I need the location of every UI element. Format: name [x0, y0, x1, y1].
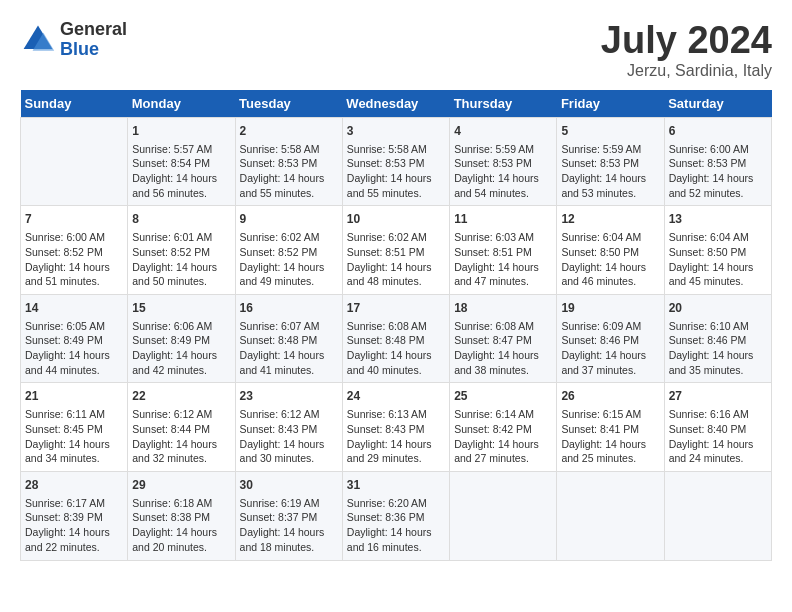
- calendar-cell: 2Sunrise: 5:58 AM Sunset: 8:53 PM Daylig…: [235, 117, 342, 206]
- logo-general: General: [60, 20, 127, 40]
- day-info: Sunrise: 6:02 AM Sunset: 8:52 PM Dayligh…: [240, 230, 338, 289]
- day-number: 7: [25, 211, 123, 228]
- day-number: 17: [347, 300, 445, 317]
- calendar-cell: 5Sunrise: 5:59 AM Sunset: 8:53 PM Daylig…: [557, 117, 664, 206]
- header-thursday: Thursday: [450, 90, 557, 118]
- calendar-cell: [557, 471, 664, 560]
- week-row-2: 7Sunrise: 6:00 AM Sunset: 8:52 PM Daylig…: [21, 206, 772, 295]
- day-number: 18: [454, 300, 552, 317]
- calendar-cell: 8Sunrise: 6:01 AM Sunset: 8:52 PM Daylig…: [128, 206, 235, 295]
- logo: General Blue: [20, 20, 127, 60]
- calendar-cell: 1Sunrise: 5:57 AM Sunset: 8:54 PM Daylig…: [128, 117, 235, 206]
- day-number: 11: [454, 211, 552, 228]
- day-info: Sunrise: 6:00 AM Sunset: 8:53 PM Dayligh…: [669, 142, 767, 201]
- day-info: Sunrise: 5:59 AM Sunset: 8:53 PM Dayligh…: [561, 142, 659, 201]
- calendar-cell: 13Sunrise: 6:04 AM Sunset: 8:50 PM Dayli…: [664, 206, 771, 295]
- calendar-cell: 7Sunrise: 6:00 AM Sunset: 8:52 PM Daylig…: [21, 206, 128, 295]
- day-number: 15: [132, 300, 230, 317]
- day-info: Sunrise: 6:14 AM Sunset: 8:42 PM Dayligh…: [454, 407, 552, 466]
- header-friday: Friday: [557, 90, 664, 118]
- calendar-cell: 17Sunrise: 6:08 AM Sunset: 8:48 PM Dayli…: [342, 294, 449, 383]
- day-number: 13: [669, 211, 767, 228]
- day-info: Sunrise: 6:06 AM Sunset: 8:49 PM Dayligh…: [132, 319, 230, 378]
- day-number: 14: [25, 300, 123, 317]
- month-title: July 2024: [601, 20, 772, 62]
- header-saturday: Saturday: [664, 90, 771, 118]
- calendar-cell: 23Sunrise: 6:12 AM Sunset: 8:43 PM Dayli…: [235, 383, 342, 472]
- day-number: 4: [454, 123, 552, 140]
- day-number: 16: [240, 300, 338, 317]
- day-info: Sunrise: 6:12 AM Sunset: 8:44 PM Dayligh…: [132, 407, 230, 466]
- day-number: 8: [132, 211, 230, 228]
- day-info: Sunrise: 6:12 AM Sunset: 8:43 PM Dayligh…: [240, 407, 338, 466]
- calendar-cell: 26Sunrise: 6:15 AM Sunset: 8:41 PM Dayli…: [557, 383, 664, 472]
- header-wednesday: Wednesday: [342, 90, 449, 118]
- calendar-cell: 25Sunrise: 6:14 AM Sunset: 8:42 PM Dayli…: [450, 383, 557, 472]
- header-sunday: Sunday: [21, 90, 128, 118]
- day-info: Sunrise: 6:18 AM Sunset: 8:38 PM Dayligh…: [132, 496, 230, 555]
- calendar-cell: 9Sunrise: 6:02 AM Sunset: 8:52 PM Daylig…: [235, 206, 342, 295]
- day-info: Sunrise: 5:59 AM Sunset: 8:53 PM Dayligh…: [454, 142, 552, 201]
- calendar-cell: 31Sunrise: 6:20 AM Sunset: 8:36 PM Dayli…: [342, 471, 449, 560]
- calendar-cell: 18Sunrise: 6:08 AM Sunset: 8:47 PM Dayli…: [450, 294, 557, 383]
- day-number: 22: [132, 388, 230, 405]
- week-row-5: 28Sunrise: 6:17 AM Sunset: 8:39 PM Dayli…: [21, 471, 772, 560]
- day-info: Sunrise: 6:17 AM Sunset: 8:39 PM Dayligh…: [25, 496, 123, 555]
- logo-blue: Blue: [60, 40, 127, 60]
- calendar-table: SundayMondayTuesdayWednesdayThursdayFrid…: [20, 90, 772, 561]
- day-info: Sunrise: 6:10 AM Sunset: 8:46 PM Dayligh…: [669, 319, 767, 378]
- calendar-cell: 27Sunrise: 6:16 AM Sunset: 8:40 PM Dayli…: [664, 383, 771, 472]
- location: Jerzu, Sardinia, Italy: [601, 62, 772, 80]
- day-info: Sunrise: 6:15 AM Sunset: 8:41 PM Dayligh…: [561, 407, 659, 466]
- calendar-cell: 29Sunrise: 6:18 AM Sunset: 8:38 PM Dayli…: [128, 471, 235, 560]
- day-info: Sunrise: 6:07 AM Sunset: 8:48 PM Dayligh…: [240, 319, 338, 378]
- day-info: Sunrise: 6:09 AM Sunset: 8:46 PM Dayligh…: [561, 319, 659, 378]
- calendar-cell: 11Sunrise: 6:03 AM Sunset: 8:51 PM Dayli…: [450, 206, 557, 295]
- day-info: Sunrise: 6:00 AM Sunset: 8:52 PM Dayligh…: [25, 230, 123, 289]
- calendar-cell: 20Sunrise: 6:10 AM Sunset: 8:46 PM Dayli…: [664, 294, 771, 383]
- day-info: Sunrise: 6:01 AM Sunset: 8:52 PM Dayligh…: [132, 230, 230, 289]
- day-info: Sunrise: 6:11 AM Sunset: 8:45 PM Dayligh…: [25, 407, 123, 466]
- calendar-cell: [21, 117, 128, 206]
- calendar-cell: 12Sunrise: 6:04 AM Sunset: 8:50 PM Dayli…: [557, 206, 664, 295]
- day-number: 27: [669, 388, 767, 405]
- calendar-cell: 6Sunrise: 6:00 AM Sunset: 8:53 PM Daylig…: [664, 117, 771, 206]
- calendar-cell: 22Sunrise: 6:12 AM Sunset: 8:44 PM Dayli…: [128, 383, 235, 472]
- day-number: 6: [669, 123, 767, 140]
- day-number: 2: [240, 123, 338, 140]
- day-number: 12: [561, 211, 659, 228]
- calendar-cell: 3Sunrise: 5:58 AM Sunset: 8:53 PM Daylig…: [342, 117, 449, 206]
- day-info: Sunrise: 5:58 AM Sunset: 8:53 PM Dayligh…: [240, 142, 338, 201]
- header-row: SundayMondayTuesdayWednesdayThursdayFrid…: [21, 90, 772, 118]
- day-number: 5: [561, 123, 659, 140]
- calendar-cell: [450, 471, 557, 560]
- day-number: 26: [561, 388, 659, 405]
- day-number: 20: [669, 300, 767, 317]
- day-number: 23: [240, 388, 338, 405]
- day-number: 21: [25, 388, 123, 405]
- day-info: Sunrise: 5:57 AM Sunset: 8:54 PM Dayligh…: [132, 142, 230, 201]
- calendar-cell: 16Sunrise: 6:07 AM Sunset: 8:48 PM Dayli…: [235, 294, 342, 383]
- day-info: Sunrise: 6:13 AM Sunset: 8:43 PM Dayligh…: [347, 407, 445, 466]
- day-number: 9: [240, 211, 338, 228]
- header-monday: Monday: [128, 90, 235, 118]
- day-info: Sunrise: 6:04 AM Sunset: 8:50 PM Dayligh…: [561, 230, 659, 289]
- day-number: 3: [347, 123, 445, 140]
- logo-text: General Blue: [60, 20, 127, 60]
- day-info: Sunrise: 6:19 AM Sunset: 8:37 PM Dayligh…: [240, 496, 338, 555]
- day-number: 1: [132, 123, 230, 140]
- calendar-cell: 4Sunrise: 5:59 AM Sunset: 8:53 PM Daylig…: [450, 117, 557, 206]
- calendar-cell: 19Sunrise: 6:09 AM Sunset: 8:46 PM Dayli…: [557, 294, 664, 383]
- day-number: 10: [347, 211, 445, 228]
- calendar-cell: 14Sunrise: 6:05 AM Sunset: 8:49 PM Dayli…: [21, 294, 128, 383]
- calendar-cell: 21Sunrise: 6:11 AM Sunset: 8:45 PM Dayli…: [21, 383, 128, 472]
- day-info: Sunrise: 6:02 AM Sunset: 8:51 PM Dayligh…: [347, 230, 445, 289]
- day-number: 29: [132, 477, 230, 494]
- day-info: Sunrise: 6:08 AM Sunset: 8:47 PM Dayligh…: [454, 319, 552, 378]
- calendar-cell: [664, 471, 771, 560]
- day-number: 24: [347, 388, 445, 405]
- day-number: 25: [454, 388, 552, 405]
- week-row-4: 21Sunrise: 6:11 AM Sunset: 8:45 PM Dayli…: [21, 383, 772, 472]
- week-row-3: 14Sunrise: 6:05 AM Sunset: 8:49 PM Dayli…: [21, 294, 772, 383]
- day-number: 31: [347, 477, 445, 494]
